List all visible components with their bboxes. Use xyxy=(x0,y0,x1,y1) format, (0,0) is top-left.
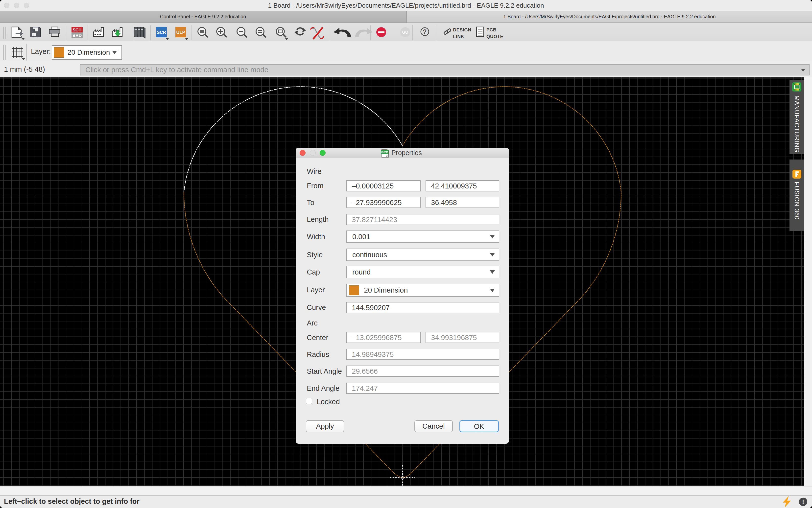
svg-text:?: ? xyxy=(423,28,427,35)
svg-text:ULP: ULP xyxy=(176,30,185,35)
svg-text:SCR: SCR xyxy=(157,30,166,35)
svg-text:GO: GO xyxy=(402,30,408,34)
svg-text:DESIGN: DESIGN xyxy=(453,27,471,32)
svg-text:!: ! xyxy=(802,498,804,506)
svg-text:PCB: PCB xyxy=(486,27,496,32)
svg-text:BRD: BRD xyxy=(73,33,82,38)
svg-text:LINK: LINK xyxy=(453,34,464,39)
svg-text:QUOTE: QUOTE xyxy=(486,34,503,39)
svg-text:BRD: BRD xyxy=(381,151,388,154)
svg-text:SCH: SCH xyxy=(73,28,82,32)
